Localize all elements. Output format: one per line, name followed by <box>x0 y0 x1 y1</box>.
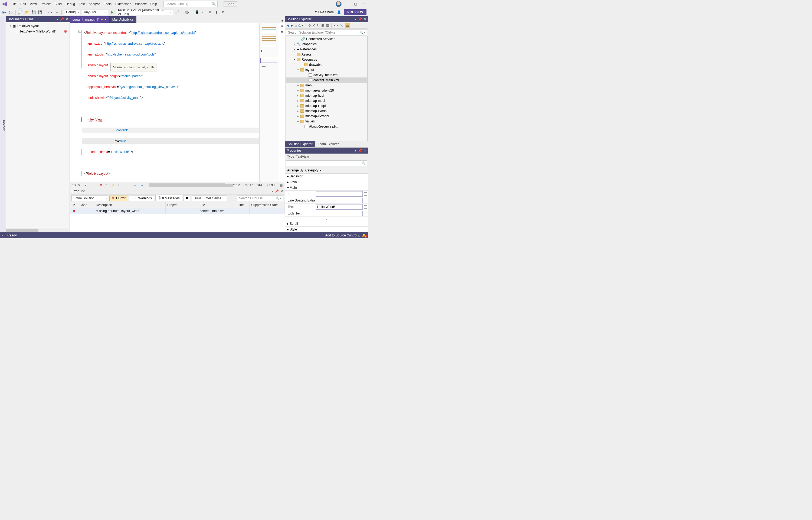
line-ending-mode[interactable]: CRLF <box>268 183 276 187</box>
live-share-button[interactable]: ⇪ Live Share <box>314 10 334 14</box>
menu-tools[interactable]: Tools <box>104 2 112 6</box>
prop-text-input[interactable] <box>316 204 363 210</box>
tree-node[interactable]: ▸mipmap-xhdpi <box>286 103 367 108</box>
pin-icon[interactable]: 📌 <box>275 189 279 193</box>
tree-node[interactable]: ▸mipmap-xxhdpi <box>286 108 367 113</box>
prop-marker-icon[interactable] <box>364 199 367 202</box>
tree-node[interactable]: ▸mipmap-anydpi-v26 <box>286 88 367 93</box>
expander-icon[interactable]: ▸ <box>293 43 296 46</box>
device-image-icon[interactable]: 🖼▾ <box>185 10 190 15</box>
tree-node[interactable]: ▸mipmap-hdpi <box>286 93 367 98</box>
expander-icon[interactable]: ▸ <box>297 84 299 87</box>
tree-node[interactable]: activity_main.xml <box>286 72 367 77</box>
toolbox-tab[interactable]: Toolbox <box>0 16 6 232</box>
col-icon[interactable]: ⁋ <box>70 202 78 208</box>
nav-back-icon[interactable]: ◉▾ <box>2 10 6 15</box>
menu-build[interactable]: Build <box>54 2 62 6</box>
tabs-dropdown-icon[interactable]: ▾ <box>280 19 285 23</box>
solution-name[interactable]: App7 <box>224 1 237 7</box>
close-icon[interactable]: ✕ <box>364 17 366 21</box>
config-dropdown[interactable]: Debug <box>64 9 80 15</box>
horizontal-scrollbar[interactable] <box>149 183 225 187</box>
outline-child[interactable]: T TextView – "Hello World!" <box>6 29 69 34</box>
zoom-level[interactable]: 100 % <box>72 183 81 187</box>
close-icon[interactable]: ✕ <box>65 17 68 21</box>
pin-icon[interactable] <box>101 19 103 20</box>
menu-project[interactable]: Project <box>40 2 51 6</box>
collapse-all-icon[interactable]: ▣ <box>321 24 324 27</box>
preview-icon[interactable]: ▬ <box>345 23 350 28</box>
warnings-filter[interactable]: ⚠0 Warnings <box>129 196 154 201</box>
preview-badge[interactable]: PREVIEW <box>344 9 366 15</box>
tree-node[interactable]: AboutResources.txt <box>286 124 367 129</box>
col-description[interactable]: Description <box>94 202 166 208</box>
error-row[interactable]: ⊗ Missing attribute: layout_width conten… <box>70 208 285 214</box>
prop-marker-icon[interactable] <box>364 212 367 215</box>
global-search-input[interactable]: Search (Ctrl+Q) 🔍 <box>164 1 218 7</box>
properties-icon[interactable]: 🔧 <box>339 24 343 27</box>
tree-node[interactable]: drawable <box>286 62 367 67</box>
home-icon[interactable]: ⌂ <box>295 24 297 27</box>
menu-window[interactable]: Window <box>135 2 147 6</box>
new-item-icon[interactable]: 📄▾ <box>18 10 23 15</box>
expander-icon[interactable]: ▸ <box>297 115 299 118</box>
refresh-icon[interactable]: ↻ <box>317 24 320 27</box>
cat-scroll[interactable]: ▸ Scroll <box>285 221 368 227</box>
cat-style[interactable]: ▸ Style <box>285 227 368 232</box>
window-maximize[interactable]: ▢ <box>354 2 358 6</box>
tab-mainactivity[interactable]: MainActivity.cs <box>110 16 136 23</box>
menu-debug[interactable]: Debug <box>65 2 75 6</box>
device-small-icon[interactable]: ▮ <box>214 10 219 15</box>
expander-icon[interactable]: ▸ <box>297 110 299 112</box>
dropdown-icon[interactable]: ▾ <box>272 189 273 193</box>
code-icon[interactable]: <> <box>334 24 338 27</box>
attach-icon[interactable]: 🦯 <box>175 10 179 15</box>
properties-search[interactable]: 🔍 <box>286 160 367 166</box>
save-all-icon[interactable]: 💾 <box>38 10 43 15</box>
open-icon[interactable]: 📂 <box>25 10 29 15</box>
collapse-icon[interactable]: ⊟ <box>281 36 283 40</box>
tree-node[interactable]: ▸mipmap-xxxhdpi <box>286 113 367 119</box>
close-icon[interactable]: ✕ <box>104 18 107 21</box>
expander-icon[interactable]: ▸ <box>293 48 296 51</box>
save-icon[interactable]: 💾 <box>31 10 36 15</box>
device-tablet-icon[interactable]: ▭ <box>201 10 206 15</box>
close-icon[interactable]: ✕ <box>364 149 366 153</box>
sync-off-icon[interactable]: ⟲ <box>313 24 315 27</box>
split-swap-icon[interactable]: ⇆ <box>281 30 283 34</box>
expander-icon[interactable]: ▸ <box>297 105 299 107</box>
tree-node[interactable]: content_main.xml <box>286 77 367 83</box>
dropdown-icon[interactable]: ▾ <box>57 17 58 21</box>
expander-icon[interactable]: ▾ <box>297 69 299 71</box>
pin-icon[interactable]: 📌 <box>358 149 362 153</box>
redo-icon[interactable]: ↷▾ <box>54 10 59 15</box>
prop-id-input[interactable] <box>316 191 363 197</box>
tab-solution-explorer[interactable]: Solution Explorer <box>285 141 315 147</box>
pin-icon[interactable]: 📌 <box>60 17 64 21</box>
undo-icon[interactable]: ↶▾ <box>48 10 53 15</box>
editor-minimap[interactable] <box>259 23 279 182</box>
prop-toolstext-input[interactable] <box>316 211 363 216</box>
window-close[interactable]: ✕ <box>362 2 366 6</box>
show-all-icon[interactable]: ▦ <box>326 24 329 27</box>
expander-icon[interactable]: ▸ <box>297 120 299 123</box>
prop-marker-icon[interactable] <box>364 205 367 209</box>
expand-icon[interactable]: ⌄ <box>285 217 368 221</box>
tree-node[interactable]: 🔗Connected Services <box>286 36 367 42</box>
dropdown-icon[interactable]: ▾ <box>355 149 357 153</box>
expander-icon[interactable]: ▸ <box>297 99 299 102</box>
scope-icon[interactable]: 🗂▾ <box>298 24 303 27</box>
outline-scrollbar[interactable] <box>6 228 70 232</box>
feedback-icon[interactable]: 👤 <box>336 10 341 15</box>
tree-node[interactable]: ▾layout <box>286 67 367 72</box>
target-dropdown[interactable]: Pixel_2_API_29 (Android 10.0 - API 29) <box>116 9 173 15</box>
tree-node[interactable]: ▸▪▪References <box>286 47 367 52</box>
platform-dropdown[interactable]: Any CPU <box>82 9 108 15</box>
tree-node[interactable]: ▸menu <box>286 83 367 88</box>
tree-node[interactable]: ▸🔧Properties <box>286 42 367 47</box>
cat-main[interactable]: ▾ Main <box>285 185 368 191</box>
prop-marker-icon[interactable] <box>364 192 367 196</box>
expander-icon[interactable]: ▾ <box>293 58 296 61</box>
device-phone-icon[interactable]: 📱 <box>195 10 199 15</box>
cat-behavior[interactable]: ▸ Behavior <box>285 174 368 179</box>
